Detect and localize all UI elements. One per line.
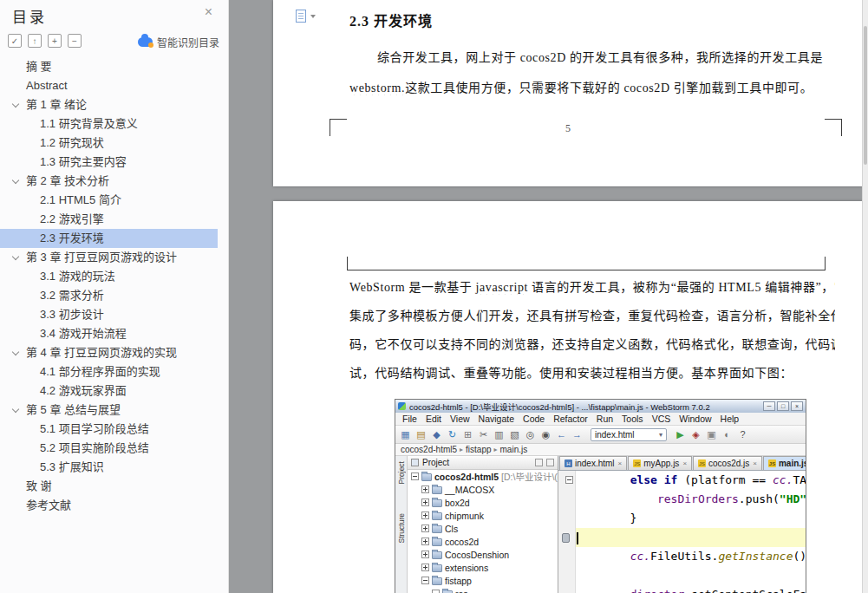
chevron-down-icon[interactable]: [12, 349, 19, 355]
toc-item[interactable]: 2.1 HTML5 简介: [0, 191, 228, 210]
tree-item[interactable]: CocosDenshion: [408, 548, 558, 561]
menu-item[interactable]: Navigate: [474, 414, 519, 424]
menu-item[interactable]: Edit: [421, 414, 446, 424]
toc-item[interactable]: 摘 要: [0, 57, 228, 76]
toc-item[interactable]: 5.2 项目实施阶段总结: [0, 439, 228, 458]
breadcrumb-item[interactable]: fistapp: [466, 445, 491, 454]
toc-item[interactable]: 致 谢: [0, 477, 228, 496]
settings-icon[interactable]: ◐: [721, 428, 734, 441]
toc-collapse-all-icon[interactable]: −: [68, 34, 82, 48]
toc-expand-all-icon[interactable]: +: [48, 34, 62, 48]
menu-item[interactable]: Refactor: [549, 414, 592, 424]
expand-icon[interactable]: [421, 512, 429, 519]
copy-icon[interactable]: ▥: [493, 428, 506, 441]
collapse-icon[interactable]: [432, 590, 440, 593]
print-icon[interactable]: ⊞: [461, 428, 474, 441]
chevron-down-icon[interactable]: [12, 253, 19, 260]
chevron-down-icon[interactable]: [12, 177, 19, 184]
help-icon[interactable]: ?: [736, 428, 749, 441]
toc-item[interactable]: 第 3 章 打豆豆网页游戏的设计: [0, 248, 228, 267]
toc-item[interactable]: Abstract: [0, 76, 228, 95]
close-tab-icon[interactable]: ×: [682, 459, 687, 467]
toc-item[interactable]: 5.3 扩展知识: [0, 458, 228, 477]
toc-item[interactable]: 第 5 章 总结与展望: [0, 401, 228, 420]
toc-item[interactable]: 3.3 初步设计: [0, 305, 228, 324]
new-icon[interactable]: ▦: [399, 428, 412, 441]
forward-icon[interactable]: →: [571, 428, 584, 441]
chevron-down-icon[interactable]: [12, 406, 19, 413]
expand-icon[interactable]: [421, 485, 429, 493]
vertical-scrollbar[interactable]: [862, 0, 868, 593]
toc-item[interactable]: 第 1 章 绪论: [0, 95, 228, 114]
close-tab-icon[interactable]: ×: [618, 459, 623, 467]
settings-icon[interactable]: [535, 459, 543, 466]
close-icon[interactable]: ×: [205, 4, 212, 20]
expand-icon[interactable]: [421, 551, 429, 558]
minimize-icon[interactable]: ─: [763, 401, 775, 411]
debug-icon[interactable]: ◈: [689, 428, 702, 441]
toc-level-up-icon[interactable]: ↑: [28, 34, 42, 48]
menu-item[interactable]: Code: [519, 414, 549, 424]
editor-tab[interactable]: JSmyApp.js×: [628, 456, 692, 470]
smart-toc-button[interactable]: 智能识别目录: [138, 35, 219, 49]
toc-item[interactable]: 3.2 需求分析: [0, 286, 228, 305]
run-icon[interactable]: ▶: [674, 428, 687, 441]
toc-item[interactable]: 2.2 游戏引擎: [0, 210, 228, 229]
tree-item[interactable]: fistapp: [408, 574, 558, 587]
coverage-icon[interactable]: ▣: [705, 428, 718, 441]
maximize-icon[interactable]: □: [777, 401, 789, 411]
toc-item[interactable]: 4.1 部分程序界面的实现: [0, 362, 228, 381]
menu-item[interactable]: Window: [675, 414, 715, 424]
toc-item[interactable]: 5.1 项目学习阶段总结: [0, 420, 228, 439]
toc-item[interactable]: 3.4 游戏开始流程: [0, 324, 228, 343]
collapse-icon[interactable]: [421, 577, 429, 584]
expand-icon[interactable]: [421, 538, 429, 545]
tree-item[interactable]: __MACOSX: [408, 483, 558, 496]
save-icon[interactable]: ◆: [430, 428, 443, 441]
tree-item[interactable]: cocos2d: [408, 535, 558, 548]
toc-item[interactable]: 1.1 研究背景及意义: [0, 114, 228, 134]
menu-item[interactable]: Help: [716, 414, 744, 424]
hide-panel-icon[interactable]: [546, 459, 554, 466]
toc-item[interactable]: 3.1 游戏的玩法: [0, 267, 228, 286]
collapse-icon[interactable]: [411, 472, 419, 480]
breadcrumb-item[interactable]: cocos2d-html5: [401, 445, 457, 454]
menu-item[interactable]: Run: [592, 414, 617, 424]
close-tab-icon[interactable]: ×: [753, 459, 757, 467]
toc-item[interactable]: 1.3 研究主要内容: [0, 153, 228, 172]
fold-collapse-icon[interactable]: [565, 476, 573, 484]
menu-item[interactable]: View: [446, 414, 474, 424]
toc-item[interactable]: 第 4 章 打豆豆网页游戏的实现: [0, 343, 228, 362]
expand-icon[interactable]: [421, 499, 429, 506]
toc-item[interactable]: 1.2 研究现状: [0, 134, 228, 153]
tree-item[interactable]: res: [408, 587, 558, 593]
toc-item[interactable]: 2.3 开发环境: [0, 229, 218, 248]
expand-icon[interactable]: [421, 525, 429, 532]
expand-icon[interactable]: [421, 564, 429, 571]
code-area[interactable]: else if (platform == cc.TA resDirOrders.…: [576, 471, 806, 593]
open-icon[interactable]: ▤: [414, 428, 427, 441]
paste-icon[interactable]: ▧: [508, 428, 521, 441]
editor-tab[interactable]: JSmain.js×: [763, 456, 806, 470]
cut-icon[interactable]: ✂: [477, 428, 490, 441]
toc-item[interactable]: 第 2 章 技术分析: [0, 172, 228, 191]
tree-item[interactable]: box2d: [408, 496, 558, 509]
editor-tab[interactable]: Hindex.html×: [559, 456, 627, 470]
comment-marker-icon[interactable]: [296, 10, 306, 23]
tree-root[interactable]: cocos2d-html5 [D:\毕业设计\(co: [408, 470, 558, 483]
tree-item[interactable]: extensions: [408, 561, 558, 574]
editor-tab[interactable]: JScocos2d.js×: [693, 456, 762, 470]
comment-dropdown-icon[interactable]: [310, 15, 316, 18]
menu-item[interactable]: VCS: [648, 414, 675, 424]
sync-icon[interactable]: ↻: [446, 428, 459, 441]
find-icon[interactable]: ◎: [524, 428, 537, 441]
toc-item[interactable]: 参考文献: [0, 496, 228, 515]
close-icon[interactable]: ×: [791, 401, 803, 411]
chevron-down-icon[interactable]: [12, 101, 19, 108]
breadcrumb-item[interactable]: main.js: [500, 445, 528, 454]
tool-window-button[interactable]: Structure: [397, 513, 406, 544]
run-config-combo[interactable]: index.html▾: [591, 428, 667, 441]
tree-item[interactable]: Cls: [408, 522, 558, 535]
replace-icon[interactable]: ◉: [539, 428, 552, 441]
tree-item[interactable]: chipmunk: [408, 509, 558, 522]
